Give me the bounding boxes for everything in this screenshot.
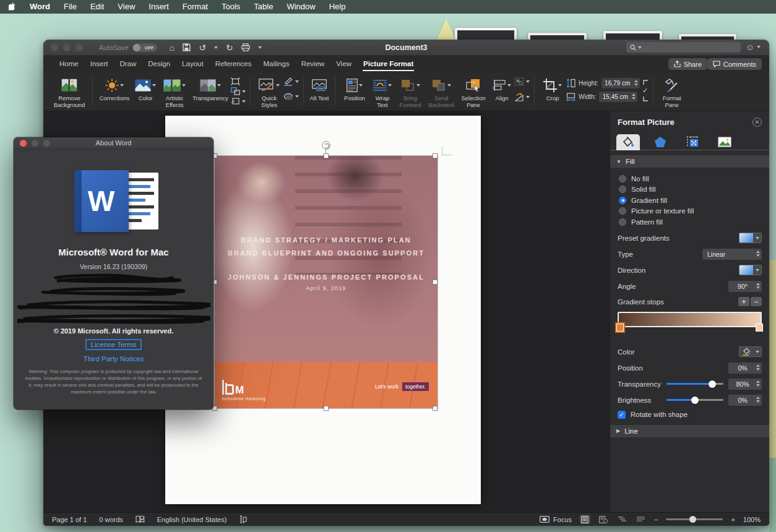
height-input[interactable]: 16,79 cm <box>601 78 640 88</box>
feedback-smiley-button[interactable]: ☺ <box>746 42 761 52</box>
crop-button[interactable]: Crop <box>539 75 566 101</box>
radio-picture-texture-fill[interactable]: Picture or texture fill <box>619 206 769 217</box>
gradient-direction-picker[interactable] <box>739 265 762 275</box>
transparency-slider[interactable] <box>666 383 723 385</box>
panel-tab-layout-properties[interactable] <box>681 134 704 150</box>
customize-toolbar-button[interactable] <box>258 46 262 49</box>
license-terms-link[interactable]: License Terms <box>85 339 142 350</box>
change-picture-button[interactable] <box>231 87 246 95</box>
gradient-stop-start[interactable] <box>616 324 624 332</box>
draft-view-button[interactable] <box>636 515 646 524</box>
brightness-slider[interactable] <box>666 399 723 401</box>
add-gradient-stop-button[interactable]: + <box>738 297 749 306</box>
remove-background-button[interactable]: Remove Background <box>51 75 88 108</box>
menu-item-format[interactable]: Format <box>176 0 215 14</box>
third-party-notices-link[interactable]: Third Party Notices <box>14 355 213 363</box>
tab-layout[interactable]: Layout <box>182 56 204 72</box>
quick-styles-button[interactable]: Quick Styles <box>255 75 283 108</box>
undo-button[interactable]: ↺ <box>199 43 206 52</box>
compress-picture-button[interactable] <box>231 77 246 85</box>
transparency-slider-thumb[interactable] <box>709 380 716 388</box>
height-stepper[interactable] <box>634 80 638 86</box>
tab-view[interactable]: View <box>336 56 351 72</box>
zoom-percentage[interactable]: 100% <box>743 516 761 523</box>
transparency-stepper[interactable] <box>756 380 760 387</box>
autosave-toggle[interactable]: OFF <box>132 43 157 52</box>
picture-effects-button[interactable] <box>283 93 299 100</box>
print-layout-view-button[interactable] <box>580 515 590 524</box>
word-count[interactable]: 0 words <box>99 516 123 523</box>
menu-item-table[interactable]: Table <box>247 0 280 14</box>
page-indicator[interactable]: Page 1 of 1 <box>52 516 87 523</box>
proofing-status-button[interactable] <box>136 515 145 523</box>
rotate-with-shape-checkbox[interactable]: ✓ <box>618 411 626 419</box>
desktop-screenshot-thumbnail[interactable] <box>528 33 587 40</box>
radio-solid-fill[interactable]: Solid fill <box>619 184 769 195</box>
resize-handle-n[interactable] <box>324 153 329 158</box>
zoom-in-button[interactable]: + <box>731 516 735 523</box>
menu-item-insert[interactable]: Insert <box>142 0 176 14</box>
desktop-screenshot-thumbnail[interactable] <box>603 31 662 40</box>
wrap-text-button[interactable]: Wrap Text <box>369 75 395 108</box>
transparency-input[interactable]: 80% <box>728 379 762 390</box>
preset-gradients-picker[interactable] <box>739 233 762 243</box>
focus-mode-button[interactable]: Focus <box>540 516 572 523</box>
fill-section-header[interactable]: ▼ Fill <box>610 155 769 168</box>
brightness-stepper[interactable] <box>756 397 760 403</box>
position-stepper[interactable] <box>756 364 760 371</box>
menu-item-view[interactable]: View <box>111 0 142 14</box>
selection-pane-button[interactable]: Selection Pane <box>457 75 489 108</box>
tab-picture-format[interactable]: Picture Format <box>363 56 413 72</box>
alt-text-button[interactable]: Alt Text <box>308 75 330 101</box>
remove-gradient-stop-button[interactable]: − <box>751 297 762 306</box>
lock-aspect-ratio[interactable]: ✓ <box>640 75 649 102</box>
menu-item-word[interactable]: Word <box>23 0 57 14</box>
tab-mailings[interactable]: Mailings <box>263 56 289 72</box>
share-button[interactable]: Share <box>668 58 707 70</box>
undo-dropdown-chevron[interactable] <box>214 46 218 49</box>
angle-input[interactable]: 90° <box>728 281 762 292</box>
minimize-window-button[interactable] <box>63 44 71 51</box>
align-button[interactable]: Align <box>489 75 514 101</box>
stop-color-picker[interactable] <box>739 346 762 357</box>
outline-view-button[interactable] <box>617 515 627 524</box>
publishing-layout-view-button[interactable] <box>598 515 609 524</box>
artistic-effects-button[interactable]: Artistic Effects <box>159 75 190 108</box>
tab-review[interactable]: Review <box>301 56 325 72</box>
close-window-button[interactable] <box>51 44 58 51</box>
gradient-stops-bar[interactable] <box>618 312 762 335</box>
desktop-screenshot-thumbnail[interactable] <box>455 28 517 40</box>
color-button[interactable]: Color <box>132 75 159 101</box>
brightness-slider-thumb[interactable] <box>691 397 699 404</box>
home-quick-button[interactable]: ⌂ <box>170 43 175 52</box>
resize-handle-e[interactable] <box>433 280 438 285</box>
format-pane-button[interactable]: Format Pane <box>658 75 686 108</box>
zoom-window-button[interactable] <box>75 44 83 51</box>
resize-handle-se[interactable] <box>433 406 438 411</box>
transparency-button[interactable]: Transparency <box>190 75 231 101</box>
brightness-input[interactable]: 0% <box>728 395 762 406</box>
resize-handle-ne[interactable] <box>433 153 438 158</box>
gradient-type-select[interactable]: Linear <box>702 249 762 260</box>
apple-menu[interactable] <box>0 2 23 12</box>
tab-design[interactable]: Design <box>148 56 170 72</box>
panel-tab-fill-line[interactable] <box>616 134 640 150</box>
width-input[interactable]: 15,45 cm <box>599 92 637 102</box>
gradient-stop-end[interactable] <box>756 324 763 332</box>
rotate-handle[interactable] <box>322 141 330 150</box>
redo-button[interactable]: ↻ <box>226 43 233 52</box>
about-dialog-title-bar[interactable]: About Word <box>14 137 213 149</box>
comments-button[interactable]: Comments <box>707 58 762 70</box>
angle-stepper[interactable] <box>756 283 760 289</box>
width-stepper[interactable] <box>632 93 636 100</box>
radio-gradient-fill[interactable]: Gradient fill <box>619 195 769 206</box>
menu-item-file[interactable]: File <box>57 0 84 14</box>
resize-handle-s[interactable] <box>324 406 329 411</box>
line-section-header[interactable]: ▶ Line <box>610 425 769 437</box>
tab-references[interactable]: References <box>215 56 252 72</box>
save-button[interactable] <box>183 43 191 51</box>
tab-home[interactable]: Home <box>59 56 79 72</box>
position-button[interactable]: Position <box>340 75 369 101</box>
zoom-slider-thumb[interactable] <box>689 516 696 523</box>
print-button[interactable] <box>241 43 250 51</box>
